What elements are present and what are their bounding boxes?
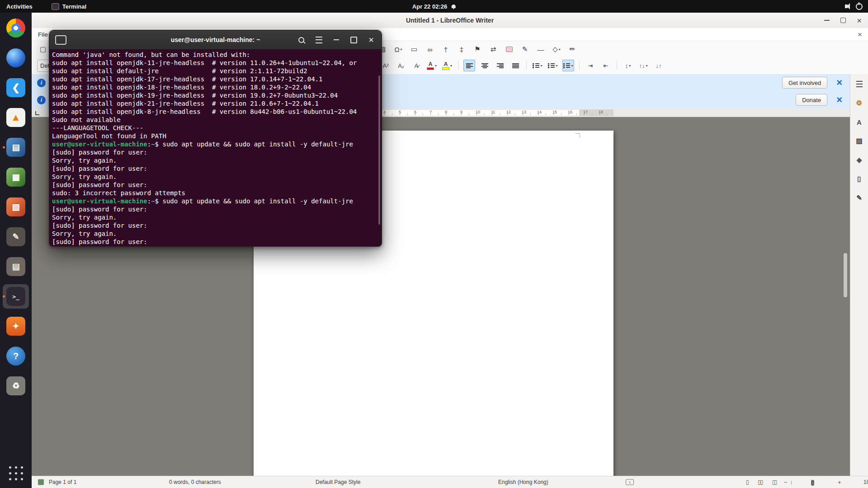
word-count-status[interactable]: 0 words, 0 characters	[169, 479, 221, 485]
increase-indent-button[interactable]: ⇥	[585, 60, 596, 71]
new-document-icon: ▢	[40, 45, 46, 53]
paragraph-spacing-increase-button[interactable]: ↑↓▾	[637, 60, 649, 71]
dock-item-software[interactable]: ✦	[3, 314, 29, 338]
subscript-button[interactable]: A₂	[395, 60, 407, 71]
hyperlink-button[interactable]: ∞	[424, 43, 436, 55]
bookmark-button[interactable]: ⚑	[472, 43, 483, 55]
new-tab-button[interactable]	[55, 35, 66, 45]
selection-mode-icon[interactable]: I	[626, 479, 634, 485]
infobar-close-icon[interactable]: ×	[836, 95, 842, 105]
terminal-maximize-icon[interactable]	[350, 37, 357, 43]
zoom-in-button[interactable]: +	[838, 479, 841, 486]
toolbar-separator	[579, 61, 580, 70]
styles-icon[interactable]: A	[854, 116, 865, 128]
zoom-out-button[interactable]: −	[784, 479, 788, 486]
terminal-scrollbar-thumb[interactable]	[378, 75, 380, 225]
align-left-button[interactable]	[463, 60, 475, 71]
draw-functions-button[interactable]: ✏	[566, 43, 578, 55]
toolbar-separator	[458, 61, 458, 70]
get-involved-button[interactable]: Get involved	[782, 77, 827, 89]
insert-frame-button[interactable]: ▭	[408, 43, 420, 55]
clock-menu[interactable]: Apr 22 02:26	[412, 3, 456, 10]
dock-item-terminal[interactable]: >_	[3, 284, 29, 309]
new-document-button[interactable]: ▢	[37, 43, 49, 55]
close-document-icon[interactable]: ×	[858, 30, 862, 39]
multi-page-view-button[interactable]: ▯▯	[758, 479, 763, 485]
paragraph-spacing-increase-icon: ↑↓	[639, 62, 645, 69]
font-color-button[interactable]: A▾	[426, 60, 438, 71]
dock-item-writer[interactable]: ▤	[3, 135, 29, 160]
dock-item-vscode[interactable]: ❮	[3, 75, 29, 100]
insert-line-button[interactable]: —	[535, 43, 547, 55]
ruler-number: 15	[552, 110, 557, 114]
clock-label: Apr 22 02:26	[412, 3, 447, 10]
dock-item-chrome[interactable]	[3, 16, 29, 40]
comment-icon	[506, 47, 513, 52]
style-inspector-icon[interactable]: ✎	[854, 192, 865, 204]
page-icon[interactable]: ▯	[854, 173, 865, 185]
restore-button[interactable]	[840, 18, 846, 23]
activities-button[interactable]: Activities	[6, 3, 33, 10]
unordered-list-button[interactable]: ▾	[532, 60, 543, 71]
decrease-indent-button[interactable]: ⇤	[600, 60, 612, 71]
dock-item-calc[interactable]: ▦	[3, 165, 29, 189]
appgrid-icon	[7, 465, 25, 482]
terminal-output[interactable]: Command 'java' not found, but can be ins…	[49, 49, 382, 246]
terminal-header-bar[interactable]: user@user-virtual-machine: ~ ×	[49, 30, 382, 50]
footnote-button[interactable]: †	[440, 43, 452, 55]
terminal-line: [sudo] password for user:	[52, 205, 382, 213]
special-character-button[interactable]: Ω▾	[392, 43, 404, 55]
dock-item-appgrid[interactable]	[3, 461, 29, 485]
dock-item-trash[interactable]: ♻	[3, 374, 29, 398]
terminal-close-icon[interactable]: ×	[368, 35, 374, 44]
gallery-icon[interactable]: ▨	[854, 135, 865, 147]
dock-item-help[interactable]: ?	[3, 344, 29, 368]
single-page-view-button[interactable]: ▯	[746, 479, 749, 485]
zoom-slider-thumb[interactable]	[811, 480, 814, 486]
system-status-area[interactable]	[845, 3, 863, 10]
clear-formatting-button[interactable]: A̷	[410, 60, 422, 71]
ordered-list-button[interactable]: ▾	[547, 60, 559, 71]
files-icon: ▤	[6, 257, 25, 276]
dock-item-firefox[interactable]	[3, 46, 29, 70]
menu-icon[interactable]	[316, 37, 322, 43]
close-button[interactable]: ×	[857, 16, 862, 25]
page-style-status[interactable]: Default Page Style	[316, 479, 360, 485]
zoom-level[interactable]: 100%	[863, 479, 868, 485]
align-center-button[interactable]	[479, 60, 491, 71]
dock-item-impress[interactable]: ▧	[3, 195, 29, 219]
tab-stop-selector-icon[interactable]	[35, 111, 39, 115]
language-status[interactable]: English (Hong Kong)	[498, 479, 548, 485]
sidebar-settings-icon[interactable]	[854, 78, 865, 90]
dock-item-gimp[interactable]: ✎	[3, 225, 29, 249]
writer-title-bar[interactable]: Untitled 1 - LibreOffice Writer ×	[32, 13, 868, 28]
document-status-icon	[38, 479, 44, 485]
dock-item-files[interactable]: ▤	[3, 254, 29, 279]
minimize-button[interactable]	[824, 20, 830, 21]
infobar-close-icon[interactable]: ×	[836, 78, 842, 88]
donate-button[interactable]: Donate	[796, 94, 827, 106]
line-spacing-button[interactable]: ↕▾	[622, 60, 634, 71]
track-changes-button[interactable]: ✎	[519, 43, 531, 55]
vertical-scrollbar-thumb[interactable]	[844, 253, 847, 297]
paragraph-spacing-decrease-button[interactable]: ↓↑	[653, 60, 665, 71]
book-view-button[interactable]: ◫	[772, 479, 777, 485]
basic-shapes-button[interactable]: ◇▾	[551, 43, 562, 55]
highlight-color-button[interactable]: A▾	[441, 60, 453, 71]
terminal-line: sudo apt install openjdk-19-jre-headless…	[52, 91, 382, 99]
page-count-status[interactable]: Page 1 of 1	[49, 479, 76, 485]
terminal-line: [sudo] password for user:	[52, 148, 382, 156]
comment-button[interactable]	[503, 43, 515, 55]
search-icon[interactable]	[298, 37, 304, 43]
align-right-button[interactable]	[494, 60, 506, 71]
outline-list-button[interactable]: ▾	[562, 60, 574, 71]
vertical-scrollbar[interactable]	[843, 118, 848, 475]
navigator-icon[interactable]: ◈	[854, 154, 865, 166]
align-justify-button[interactable]	[509, 60, 521, 71]
dock-item-vlc[interactable]: ▲	[3, 105, 29, 130]
endnote-button[interactable]: ‡	[456, 43, 467, 55]
cross-reference-button[interactable]: ⇄	[487, 43, 499, 55]
properties-icon[interactable]: ⚙	[854, 97, 865, 109]
focused-app-menu[interactable]: Terminal	[52, 3, 86, 10]
terminal-minimize-icon[interactable]	[334, 39, 339, 40]
